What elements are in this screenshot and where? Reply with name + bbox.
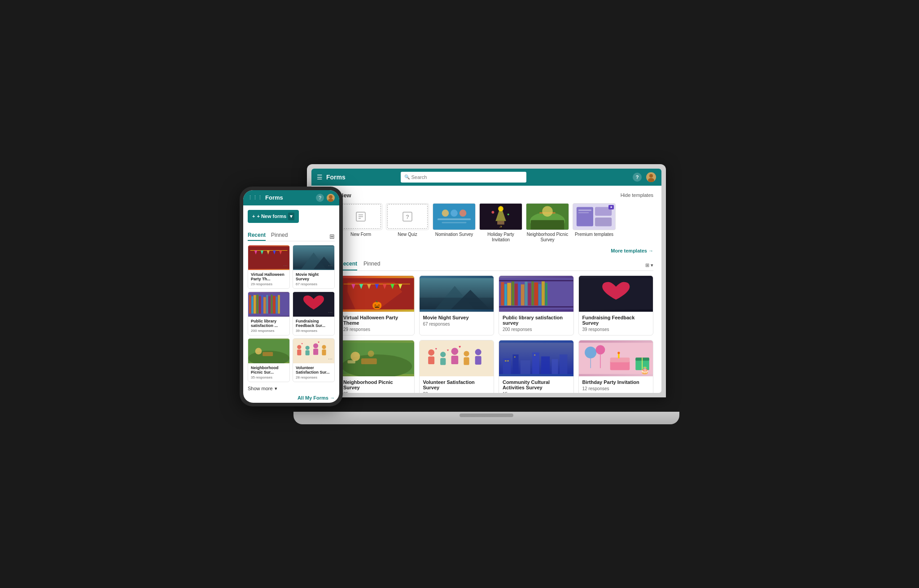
- phone-halloween-more-icon[interactable]: ⋯: [283, 263, 288, 268]
- svg-rect-130: [259, 296, 261, 314]
- svg-rect-20: [497, 221, 504, 224]
- svg-rect-32: [595, 217, 612, 226]
- svg-rect-33: [578, 209, 591, 211]
- templates-row: New Form ?: [339, 203, 653, 243]
- svg-rect-148: [306, 350, 310, 355]
- svg-point-14: [460, 209, 467, 217]
- volunteer-card-responses: 28 responses: [423, 392, 490, 393]
- movie-card-title: Movie Night Survey: [423, 315, 490, 320]
- phone-tab-pinned[interactable]: Pinned: [271, 232, 288, 241]
- svg-text:♥: ♥: [459, 344, 461, 349]
- svg-point-12: [442, 209, 449, 217]
- phone-movie-responses: 67 responses: [296, 282, 332, 286]
- phone-halloween-body: Virtual Halloween Party Th... 29 respons…: [248, 270, 289, 288]
- svg-point-21: [491, 211, 494, 213]
- avatar[interactable]: [646, 172, 656, 182]
- volunteer-card-thumb: ♥ ♥ ♥: [420, 340, 494, 376]
- svg-rect-129: [256, 294, 258, 313]
- phone-form-card-fundraising[interactable]: ⋯ Fundraising Feedback Sur... 39 respons…: [293, 292, 335, 335]
- phone-all-forms-link[interactable]: All My Forms →: [248, 395, 335, 401]
- svg-rect-95: [552, 359, 558, 374]
- phone-avatar[interactable]: [327, 194, 335, 202]
- phone-form-card-halloween[interactable]: ⋯ Virtual Halloween Party Th... 29 respo…: [248, 245, 290, 289]
- fundraising-card-responses: 39 responses: [582, 327, 650, 332]
- phone-tab-recent[interactable]: Recent: [248, 232, 266, 241]
- form-card-cultural[interactable]: Community Cultural Activities Survey 15 …: [499, 340, 574, 393]
- plus-icon: +: [252, 213, 255, 219]
- svg-rect-143: [263, 352, 273, 356]
- new-form-thumb: [339, 203, 382, 230]
- svg-point-13: [451, 209, 458, 217]
- form-card-volunteer[interactable]: ♥ ♥ ♥ Volunteer Satisfaction Survey 28 r…: [419, 340, 495, 393]
- phone-show-more[interactable]: Show more ▾: [248, 386, 335, 392]
- form-card-movie[interactable]: Movie Night Survey 67 responses: [419, 275, 495, 335]
- template-nomination[interactable]: Nomination Survey: [433, 203, 476, 243]
- phone-picnic-body: Neighborhood Picnic Sur... 35 responses: [248, 363, 289, 382]
- phone-help-button[interactable]: ?: [316, 194, 324, 202]
- hide-templates-button[interactable]: Hide templates: [621, 192, 653, 198]
- svg-rect-58: [521, 284, 525, 305]
- search-icon: 🔍: [404, 174, 410, 179]
- phone-new-forms-button[interactable]: + + New forms ▾: [248, 210, 299, 223]
- phone-volunteer-more-icon[interactable]: ⋯: [328, 357, 333, 362]
- search-input[interactable]: [411, 174, 523, 180]
- svg-rect-99: [514, 356, 516, 357]
- form-card-library[interactable]: Public library satisfaction survey 200 r…: [499, 275, 574, 335]
- phone-screen: ⋮⋮⋮ Forms ? + + New forms: [243, 190, 339, 403]
- more-templates-link[interactable]: More templates →: [611, 248, 653, 253]
- phone-form-card-picnic[interactable]: ⋯ Neighborhood Picnic Sur... 35 response…: [248, 338, 290, 382]
- svg-point-22: [508, 213, 509, 215]
- svg-point-1: [648, 178, 654, 182]
- nomination-thumb: [433, 203, 476, 230]
- search-bar[interactable]: 🔍: [401, 172, 526, 183]
- picnic-card-responses: 35 responses: [343, 392, 411, 393]
- main-content: New Hide templates: [331, 186, 661, 393]
- form-card-birthday[interactable]: Birthday Party Invitation 12 responses: [578, 340, 654, 393]
- phone-movie-thumb: ⋯: [293, 245, 334, 270]
- dropdown-arrow-icon[interactable]: ▾: [288, 213, 294, 220]
- form-card-halloween[interactable]: Virtual Halloween Party Theme 29 respons…: [339, 275, 415, 335]
- svg-point-0: [649, 174, 653, 178]
- phone-library-more-icon[interactable]: ⋯: [283, 310, 288, 315]
- template-new-form[interactable]: New Form: [339, 203, 382, 243]
- library-card-body: Public library satisfaction survey 200 r…: [499, 312, 573, 335]
- template-premium[interactable]: ★ P: [573, 203, 616, 243]
- help-button[interactable]: ?: [633, 173, 642, 182]
- templates-section-header: New Hide templates: [339, 192, 653, 199]
- phone-movie-more-icon[interactable]: ⋯: [328, 263, 333, 268]
- phone-halloween-responses: 29 responses: [251, 282, 287, 286]
- svg-point-142: [255, 348, 262, 354]
- phone-apps-icon[interactable]: ⋮⋮⋮: [248, 195, 263, 200]
- halloween-card-title: Virtual Halloween Party Theme: [343, 315, 411, 326]
- phone-form-card-movie[interactable]: ⋯ Movie Night Survey 67 responses: [293, 245, 335, 289]
- phone-halloween-thumb: ⋯: [248, 245, 289, 270]
- phone-view-toggle[interactable]: ⊞: [329, 233, 335, 240]
- template-new-quiz[interactable]: ? New Quiz: [386, 203, 429, 243]
- phone-form-card-library[interactable]: ⋯ Public library satisfaction ... 200 re…: [248, 292, 290, 335]
- phone-body: ⋮⋮⋮ Forms ? + + New forms: [240, 187, 343, 406]
- form-card-fundraising[interactable]: Fundraising Feedback Survey 39 responses: [578, 275, 654, 335]
- svg-rect-93: [532, 352, 539, 374]
- template-picnic[interactable]: Neighborhood Picnic Survey: [526, 203, 569, 243]
- svg-point-80: [451, 348, 458, 355]
- svg-point-19: [498, 206, 503, 211]
- svg-marker-37: [340, 278, 414, 309]
- phone-fundraising-more-icon[interactable]: ⋯: [328, 310, 333, 315]
- nomination-label: Nomination Survey: [433, 232, 476, 237]
- birthday-card-body: Birthday Party Invitation 12 responses: [579, 376, 653, 393]
- fundraising-card-thumb: [579, 276, 653, 312]
- phone-volunteer-title: Volunteer Satisfaction Sur...: [296, 366, 332, 375]
- phone-form-card-volunteer[interactable]: ♥ ♥ ⋯ Volunteer Satisfaction Sur... 28 r…: [293, 338, 335, 382]
- svg-rect-59: [525, 281, 527, 305]
- template-holiday-party[interactable]: ✨ Holiday Party Invitation: [479, 203, 522, 243]
- hamburger-icon[interactable]: ☰: [317, 174, 323, 181]
- phone-picnic-more-icon[interactable]: ⋯: [283, 357, 288, 362]
- tab-pinned[interactable]: Pinned: [363, 261, 380, 270]
- svg-rect-92: [521, 360, 530, 374]
- phone-content: + + New forms ▾ Recent Pinned ⊞: [243, 205, 339, 403]
- form-card-picnic[interactable]: Neighborhood Picnic Survey 35 responses: [339, 340, 415, 393]
- phone-forms-grid: ⋯ Virtual Halloween Party Th... 29 respo…: [248, 245, 335, 382]
- view-toggle[interactable]: ⊞ ▾: [645, 262, 653, 268]
- phone-library-thumb: ⋯: [248, 292, 289, 317]
- svg-rect-150: [313, 348, 318, 355]
